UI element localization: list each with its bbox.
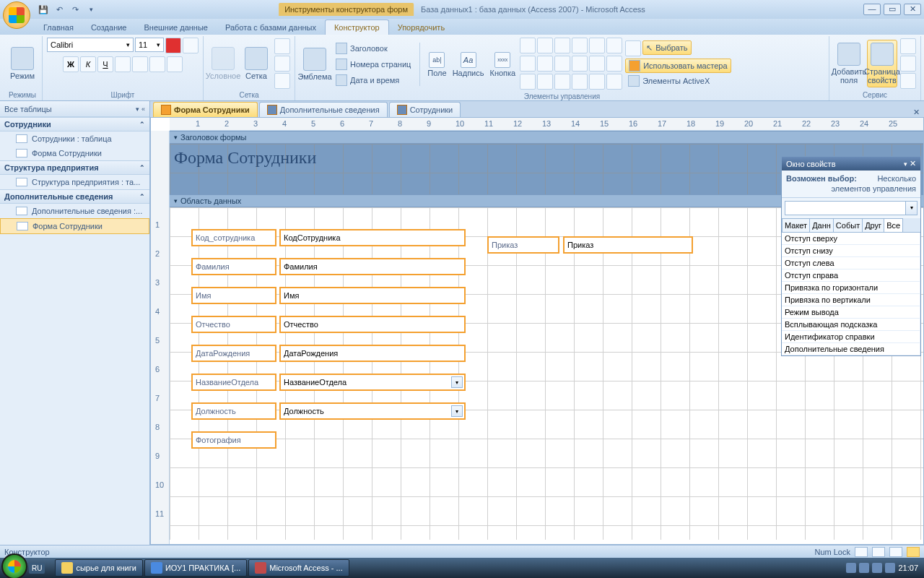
control-icon[interactable]: [554, 56, 570, 72]
label-control-button[interactable]: AaНадпись: [451, 51, 486, 79]
field-control[interactable]: НазваниеОтдела▾: [279, 374, 466, 391]
nav-dropdown-icon[interactable]: ▾ «: [136, 105, 145, 113]
field-label[interactable]: Код_сотрудника: [191, 229, 276, 246]
field-control[interactable]: ДатаРождения: [279, 345, 466, 362]
field-control[interactable]: Фамилия: [279, 258, 466, 275]
doc-tab-additional[interactable]: Дополнительные сведения: [259, 102, 388, 117]
field-label[interactable]: ДатаРождения: [191, 345, 276, 362]
grid-style2-button[interactable]: [274, 56, 290, 72]
emblem-button[interactable]: Эмблема: [300, 40, 330, 88]
control-icon[interactable]: [589, 38, 605, 53]
button-control-button[interactable]: xxxxКнопка: [488, 51, 517, 79]
taskbar-item[interactable]: Microsoft Access - ...: [248, 559, 349, 577]
prop-close-icon[interactable]: ✕: [910, 159, 916, 168]
property-sheet-title[interactable]: Окно свойств ▾ ✕: [782, 157, 920, 171]
property-row[interactable]: Отступ снизу: [782, 245, 920, 257]
property-row[interactable]: Режим вывода: [782, 306, 920, 319]
property-row[interactable]: Отступ справа: [782, 269, 920, 282]
title-button[interactable]: Заголовок: [333, 41, 414, 56]
field-control[interactable]: Имя: [279, 287, 466, 304]
textbox-control-button[interactable]: ab|Поле: [426, 51, 448, 79]
add-fields-button[interactable]: Добавить поля: [834, 40, 864, 87]
control-icon[interactable]: [537, 38, 553, 53]
property-sheet-button[interactable]: Страница свойств: [867, 40, 897, 87]
control-icon[interactable]: [572, 74, 588, 90]
font-color-button[interactable]: [165, 38, 181, 53]
doc-tab-form[interactable]: Форма Сотрудники: [153, 102, 258, 117]
tray-icon[interactable]: [859, 563, 869, 573]
field-label-prikaz[interactable]: Приказ: [487, 236, 559, 254]
font-size-combo[interactable]: 11▾: [135, 38, 164, 52]
nav-item[interactable]: Дополнительные сведения :...: [0, 204, 149, 218]
line-color-button[interactable]: [625, 40, 641, 56]
ribbon-tab-create[interactable]: Создание: [82, 20, 136, 35]
property-row[interactable]: Дополнительные сведения: [782, 343, 920, 355]
combo-arrow-icon[interactable]: ▾: [451, 376, 463, 388]
taskbar-item[interactable]: сырье для книги: [55, 559, 142, 577]
align-left-button[interactable]: [115, 56, 131, 72]
align-right-button[interactable]: [149, 56, 165, 72]
clock[interactable]: 21:07: [898, 564, 918, 572]
control-icon[interactable]: [589, 56, 605, 72]
control-icon[interactable]: [520, 56, 536, 72]
conditional-format-button[interactable]: Условное: [208, 40, 238, 87]
page-numbers-button[interactable]: Номера страниц: [333, 57, 414, 72]
qat-customize-icon[interactable]: ▾: [84, 2, 98, 17]
date-time-button[interactable]: Дата и время: [333, 73, 414, 87]
qat-redo-icon[interactable]: ↷: [68, 2, 82, 17]
field-control[interactable]: Должность▾: [279, 402, 466, 420]
view-datasheet-button[interactable]: [872, 547, 885, 557]
grid-style3-button[interactable]: [274, 73, 290, 89]
view-mode-button[interactable]: Режим: [7, 40, 38, 87]
nav-group-header[interactable]: Сотрудники⌃: [0, 117, 149, 131]
nav-pane-header[interactable]: Все таблицы ▾ «: [0, 101, 149, 117]
property-object-combo[interactable]: ▾: [785, 201, 918, 215]
control-icon[interactable]: [537, 74, 553, 90]
property-tab[interactable]: Событ: [833, 218, 863, 232]
control-icon[interactable]: [554, 74, 570, 90]
restore-button[interactable]: ▭: [884, 4, 901, 15]
control-icon[interactable]: [572, 38, 588, 53]
control-icon[interactable]: [520, 38, 536, 53]
close-button[interactable]: ✕: [904, 4, 921, 15]
property-row[interactable]: Привязка по вертикали: [782, 294, 920, 306]
format-painter-button[interactable]: [167, 56, 183, 72]
field-control[interactable]: КодСотрудника: [279, 229, 466, 246]
office-button[interactable]: [3, 1, 30, 29]
select-pointer-button[interactable]: ↖Выбрать: [642, 40, 691, 55]
property-row[interactable]: Отступ слева: [782, 257, 920, 269]
ribbon-tab-external[interactable]: Внешние данные: [136, 20, 217, 35]
language-indicator[interactable]: RU: [29, 563, 45, 574]
font-name-combo[interactable]: Calibri▾: [47, 38, 134, 52]
tray-icon[interactable]: [872, 563, 882, 573]
underline-button[interactable]: Ч: [97, 56, 113, 72]
field-control-prikaz[interactable]: Приказ: [563, 236, 693, 254]
control-icon[interactable]: [606, 38, 622, 53]
property-row[interactable]: Идентификатор справки: [782, 331, 920, 343]
control-icon[interactable]: [589, 74, 605, 90]
align-center-button[interactable]: [132, 56, 148, 72]
tray-icon[interactable]: [885, 563, 895, 573]
start-button[interactable]: [1, 553, 27, 578]
nav-group-header[interactable]: Дополнительные сведения⌃: [0, 189, 149, 204]
fill-color-button[interactable]: [183, 38, 199, 53]
control-icon[interactable]: [606, 56, 622, 72]
field-label[interactable]: Фамилия: [191, 258, 276, 275]
form-header-section-bar[interactable]: Заголовок формы: [170, 131, 923, 144]
form-title-label[interactable]: Форма Сотрудники: [174, 148, 316, 168]
prop-dropdown-icon[interactable]: ▾: [904, 160, 907, 168]
tool-icon[interactable]: [900, 56, 916, 72]
ribbon-tab-dbtools[interactable]: Работа с базами данных: [217, 20, 325, 35]
tray-icon[interactable]: [846, 563, 856, 573]
tool-icon[interactable]: [900, 73, 916, 89]
nav-item[interactable]: Форма Сотрудники: [0, 146, 149, 160]
control-icon[interactable]: [537, 56, 553, 72]
nav-item[interactable]: Форма Сотрудники: [0, 218, 149, 234]
field-control[interactable]: Отчество: [279, 316, 466, 333]
taskbar-item[interactable]: ИОУ1 ПРАКТИКА [...: [144, 559, 247, 577]
view-layout-button[interactable]: [889, 547, 902, 557]
property-row[interactable]: Отступ сверху: [782, 233, 920, 245]
minimize-button[interactable]: —: [863, 4, 881, 15]
ribbon-tab-design[interactable]: Конструктор: [325, 20, 389, 35]
field-label[interactable]: НазваниеОтдела: [191, 374, 276, 391]
